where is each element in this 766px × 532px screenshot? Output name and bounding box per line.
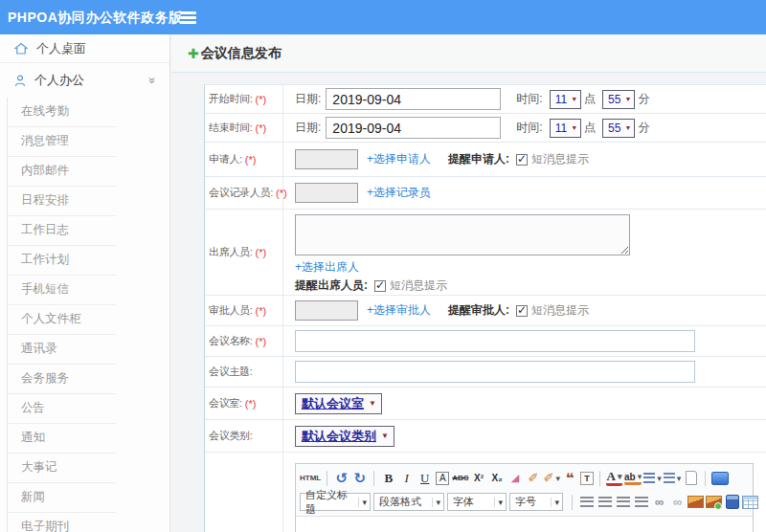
select-approver-link[interactable]: +选择审批人 (367, 302, 431, 319)
sidebar-subitem[interactable]: 电子期刊 (8, 513, 116, 532)
menu-icon[interactable] (180, 11, 196, 14)
sidebar-subitem[interactable]: 个人文件柜 (8, 305, 116, 335)
font-border-button[interactable]: A (436, 472, 449, 485)
sidebar-subitem[interactable]: 在线考勤 (8, 98, 116, 127)
eraser-icon[interactable]: ◢ (507, 469, 524, 488)
sidebar-subitem[interactable]: 通讯录 (8, 335, 116, 365)
meeting-category-select[interactable]: 默认会议类别 (295, 426, 394, 447)
media-icon[interactable] (724, 493, 740, 512)
start-date-input[interactable] (326, 88, 501, 110)
sms-remind-checkbox[interactable] (516, 305, 528, 317)
required-mark: (*) (256, 122, 267, 134)
sidebar-subitem[interactable]: 工作计划 (8, 246, 116, 276)
sidebar-section-label: 个人办公 (34, 72, 84, 89)
meeting-topic-input[interactable] (295, 361, 695, 383)
sidebar-item-desktop[interactable]: 个人桌面 (0, 34, 169, 63)
bold-button[interactable]: B (380, 469, 396, 488)
redo-icon[interactable]: ↻ (351, 469, 368, 488)
heading-select[interactable]: 自定义标题 (300, 493, 371, 511)
select-recorder-link[interactable]: +选择记录员 (367, 185, 431, 201)
paste-text-icon[interactable]: T (580, 472, 594, 485)
select-applicant-link[interactable]: +选择申请人 (367, 151, 431, 167)
app-header: PHPOA协同办公软件政务版 (0, 0, 766, 34)
sidebar-subitem[interactable]: 消息管理 (8, 127, 116, 157)
sidebar-subitem[interactable]: 内部邮件 (8, 157, 116, 187)
approver-input[interactable] (295, 300, 358, 321)
blockquote-icon[interactable]: ❝ (562, 469, 578, 488)
italic-button[interactable]: I (398, 469, 415, 488)
html-source-button[interactable]: HTML (300, 469, 321, 488)
ordered-list-button[interactable] (643, 469, 662, 488)
home-icon (14, 42, 28, 55)
content-titlebar: 会议信息发布 (171, 34, 766, 73)
sms-remind-checkbox[interactable] (374, 280, 386, 292)
sidebar-subitem[interactable]: 通知 (8, 424, 116, 454)
sms-remind-label: 短消息提示 (390, 277, 447, 294)
align-left-icon[interactable] (578, 493, 595, 512)
start-minute-select[interactable]: 55 (602, 90, 635, 109)
sidebar-subitem[interactable]: 大事记 (8, 454, 116, 483)
recorder-input[interactable] (295, 183, 358, 203)
form-row-meeting-room: 会议室:(*) 默认会议室 (205, 388, 766, 420)
meeting-room-select[interactable]: 默认会议室 (295, 393, 382, 414)
sidebar-subitem[interactable]: 日程安排 (8, 187, 116, 216)
paragraph-select[interactable]: 段落格式 (373, 493, 444, 511)
required-mark: (*) (245, 398, 257, 410)
align-right-icon[interactable] (615, 493, 631, 512)
remind-attendees-label: 提醒出席人员: (295, 277, 368, 294)
strikethrough-button[interactable]: ABC (452, 469, 468, 488)
sidebar-subitem[interactable]: 工作日志 (8, 216, 116, 246)
sidebar-subitem[interactable]: 新闻 (8, 483, 116, 513)
editor-toolbar: HTML↺↻BIUAABCX²X₂◢✐✐❝TAab 自定义标题段落格式字体字号 … (296, 464, 753, 517)
field-label: 出席人员: (209, 245, 253, 259)
sms-remind-label: 短消息提示 (531, 151, 589, 167)
format-painter-icon[interactable]: ✐ (544, 469, 560, 488)
link-icon[interactable]: ∞ (651, 493, 667, 512)
align-justify-icon[interactable] (633, 493, 649, 512)
start-hour-select[interactable]: 11 (550, 90, 581, 109)
sms-remind-label: 短消息提示 (531, 302, 589, 319)
unlink-icon[interactable]: ∞ (669, 493, 686, 512)
required-mark: (*) (245, 154, 257, 166)
unordered-list-button[interactable] (664, 469, 682, 488)
table-icon[interactable] (742, 493, 758, 512)
meeting-name-input[interactable] (295, 330, 695, 352)
underline-button[interactable]: U (417, 469, 433, 488)
font-color-button[interactable]: A (606, 470, 622, 486)
insert-image-icon[interactable] (706, 493, 722, 512)
minute-unit: 分 (638, 120, 649, 136)
sidebar-item-label: 个人桌面 (36, 40, 86, 57)
highlight-color-button[interactable]: ab (624, 471, 642, 485)
applicant-input[interactable] (295, 149, 358, 169)
align-center-icon[interactable] (597, 493, 613, 512)
app-title: PHPOA协同办公软件政务版 (8, 0, 183, 34)
hour-unit: 点 (584, 91, 596, 107)
superscript-button[interactable]: X² (471, 469, 487, 488)
new-page-icon[interactable] (683, 469, 699, 488)
form-row-applicant: 申请人:(*) +选择申请人 提醒申请人: 短消息提示 (205, 143, 766, 177)
font-size-select[interactable]: 字号 (509, 493, 563, 511)
subscript-button[interactable]: X₂ (489, 469, 506, 488)
required-mark: (*) (256, 336, 267, 347)
form-row-meeting-name: 会议名称:(*) (205, 326, 766, 357)
image-icon[interactable] (687, 493, 704, 512)
fullscreen-icon[interactable] (711, 469, 729, 488)
end-hour-select[interactable]: 11 (550, 119, 581, 138)
remove-format-icon[interactable]: ✐ (526, 469, 542, 488)
end-minute-select[interactable]: 55 (602, 119, 635, 138)
sidebar-subitem[interactable]: 会务服务 (8, 365, 116, 394)
sidebar-subitem[interactable]: 公告 (8, 394, 116, 424)
undo-icon[interactable]: ↺ (333, 469, 349, 488)
sms-remind-checkbox[interactable] (516, 154, 528, 166)
attendees-textarea[interactable] (295, 214, 630, 255)
font-family-select[interactable]: 字体 (447, 493, 507, 511)
end-date-input[interactable] (326, 117, 501, 139)
date-label: 日期: (295, 91, 321, 107)
sidebar-subitem[interactable]: 手机短信 (8, 276, 116, 305)
required-mark: (*) (256, 94, 267, 105)
editor-content[interactable] (296, 517, 753, 532)
field-label: 开始时间: (209, 92, 253, 106)
sidebar-section-personal-office[interactable]: 个人办公 (0, 63, 169, 98)
chevron-down-icon (149, 74, 156, 87)
select-attendees-link[interactable]: +选择出席人 (295, 259, 359, 276)
